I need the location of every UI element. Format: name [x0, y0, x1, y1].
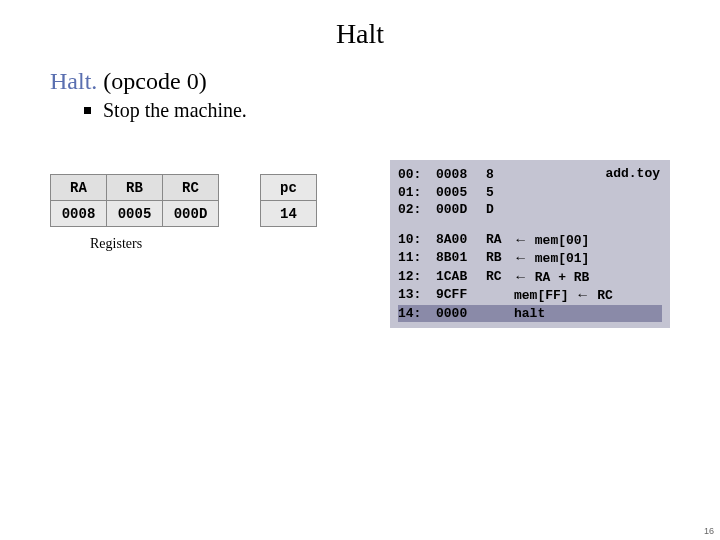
reg-header-rb: RB — [107, 175, 163, 201]
bullet-icon — [84, 107, 91, 114]
page-number: 16 — [704, 526, 714, 536]
code-line: 14:0000halt — [398, 305, 662, 323]
left-arrow-icon: ← — [576, 286, 590, 304]
pc-header: pc — [261, 175, 317, 201]
program-name: add.toy — [605, 166, 660, 181]
subtitle: Halt. (opcode 0) — [0, 50, 720, 95]
code-line: 13:9CFFmem[FF] ← RC — [398, 286, 662, 305]
pc-value: 14 — [261, 201, 317, 227]
pc-table: pc 14 — [260, 174, 317, 227]
left-arrow-icon: ← — [513, 249, 527, 267]
code-line: 01:00055 — [398, 184, 662, 202]
subtitle-rest: (opcode 0) — [97, 68, 206, 94]
subtitle-highlight: Halt. — [50, 68, 97, 94]
left-arrow-icon: ← — [513, 231, 527, 249]
code-line: 11:8B01RB← mem[01] — [398, 249, 662, 268]
reg-value-ra: 0008 — [51, 201, 107, 227]
reg-value-rb: 0005 — [107, 201, 163, 227]
reg-header-ra: RA — [51, 175, 107, 201]
bullet-text: Stop the machine. — [103, 99, 247, 122]
reg-value-rc: 000D — [163, 201, 219, 227]
reg-header-rc: RC — [163, 175, 219, 201]
registers-table: RA RB RC 0008 0005 000D — [50, 174, 219, 227]
bullet-line: Stop the machine. — [0, 95, 720, 122]
code-line: 02:000DD — [398, 201, 662, 219]
slide-title: Halt — [0, 0, 720, 50]
registers-caption: Registers — [90, 236, 142, 252]
code-line: 12:1CABRC← RA + RB — [398, 268, 662, 287]
left-arrow-icon: ← — [513, 268, 527, 286]
code-box: add.toy 00:0008801:0005502:000DD10:8A00R… — [390, 160, 670, 328]
code-line: 10:8A00RA← mem[00] — [398, 231, 662, 250]
